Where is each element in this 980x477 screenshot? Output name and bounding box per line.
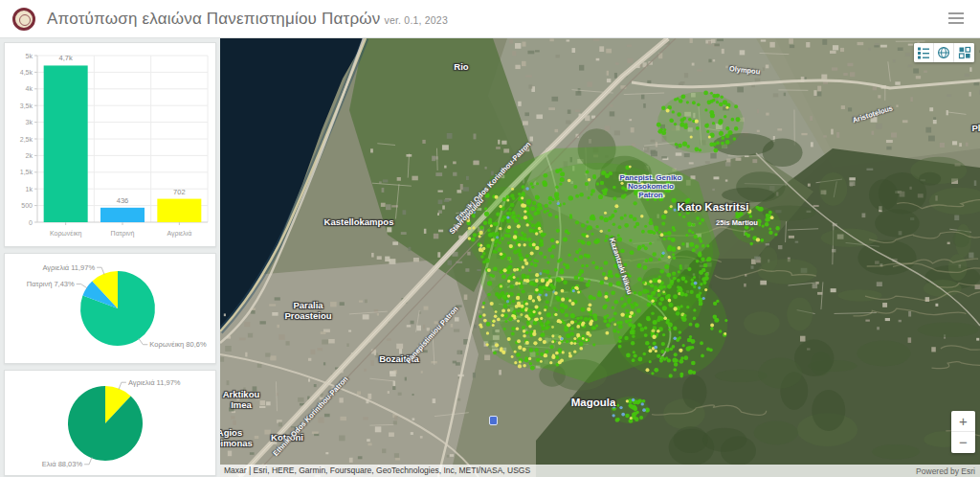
pie-label: Ελιά 88,03% xyxy=(42,460,83,468)
pie-label: Αγριελιά 11,97% xyxy=(42,263,95,272)
svg-text:436: 436 xyxy=(117,196,129,205)
bar-Αγριελιά[interactable] xyxy=(157,199,201,222)
bar-Πατρινή[interactable] xyxy=(100,208,145,222)
svg-text:4,5k: 4,5k xyxy=(20,69,33,76)
map-attribution: Maxar | Esri, HERE, Garmin, Foursquare, … xyxy=(220,465,980,477)
powered-by-esri: Powered by Esri xyxy=(916,466,975,476)
legend-icon[interactable] xyxy=(914,43,934,62)
charts-sidebar: 05001k1,5k2k2,5k3k3,5k4k4,5k5k4,7kΚορωνέ… xyxy=(0,38,220,477)
svg-text:Πατρινή: Πατρινή xyxy=(111,230,135,238)
svg-text:2,5k: 2,5k xyxy=(20,136,33,143)
zoom-out-button[interactable]: − xyxy=(951,432,975,453)
pie-chart-olive-total[interactable]: Αγριελιά 11,97%Ελιά 88,03% xyxy=(5,371,215,475)
page-title: Αποτύπωση ελαιώνα Πανεπιστημίου Πατρώνve… xyxy=(47,10,448,29)
bar-chart-card: 05001k1,5k2k2,5k3k3,5k4k4,5k5k4,7kΚορωνέ… xyxy=(4,42,216,247)
map-view[interactable]: RioKastellokamposParalia ProasteiouBozai… xyxy=(220,38,980,477)
road-shield-icon xyxy=(489,416,498,425)
hamburger-menu-icon[interactable] xyxy=(948,12,966,26)
pie-label: Πατρινή 7,43% xyxy=(27,280,75,288)
svg-text:2k: 2k xyxy=(26,152,33,159)
svg-text:5k: 5k xyxy=(26,53,33,59)
map-toolbar xyxy=(914,43,974,62)
bar-Κορωνέικη[interactable] xyxy=(44,65,88,222)
app-version: ver. 0.1, 2023 xyxy=(385,14,448,26)
pie-slice-Ελιά[interactable] xyxy=(68,386,143,461)
pie-chart-olive-card: Αγριελιά 11,97%Ελιά 88,03% xyxy=(4,370,216,476)
svg-text:3k: 3k xyxy=(26,119,33,125)
svg-text:1k: 1k xyxy=(26,186,33,193)
svg-text:1,5k: 1,5k xyxy=(20,169,33,175)
svg-text:3,5k: 3,5k xyxy=(20,102,33,109)
svg-text:0: 0 xyxy=(29,219,33,226)
pie-label: Κορωνέικη 80,6% xyxy=(149,340,207,349)
pie-label: Αγριελιά 11,97% xyxy=(128,378,181,387)
satellite-basemap[interactable] xyxy=(220,38,980,477)
university-logo-icon xyxy=(12,8,35,31)
svg-text:4,7k: 4,7k xyxy=(59,54,73,62)
zoom-control: + − xyxy=(951,411,975,453)
app-header: Αποτύπωση ελαιώνα Πανεπιστημίου Πατρώνve… xyxy=(0,0,980,38)
svg-text:Κορωνέικη: Κορωνέικη xyxy=(50,230,82,238)
svg-text:500: 500 xyxy=(21,202,33,209)
svg-text:702: 702 xyxy=(173,188,186,196)
svg-text:4k: 4k xyxy=(26,85,33,92)
zoom-in-button[interactable]: + xyxy=(951,411,975,432)
pie-chart-varieties-card: Κορωνέικη 80,6%Πατρινή 7,43%Αγριελιά 11,… xyxy=(4,253,216,364)
svg-text:Αγριελιά: Αγριελιά xyxy=(167,230,191,238)
app-title: Αποτύπωση ελαιώνα Πανεπιστημίου Πατρών xyxy=(47,10,381,28)
basemap-globe-icon[interactable] xyxy=(934,43,954,62)
apps-grid-icon[interactable] xyxy=(954,43,974,62)
dashboard-content: 05001k1,5k2k2,5k3k3,5k4k4,5k5k4,7kΚορωνέ… xyxy=(0,38,980,477)
bar-chart[interactable]: 05001k1,5k2k2,5k3k3,5k4k4,5k5k4,7kΚορωνέ… xyxy=(5,43,215,246)
pie-chart-varieties[interactable]: Κορωνέικη 80,6%Πατρινή 7,43%Αγριελιά 11,… xyxy=(5,254,215,363)
